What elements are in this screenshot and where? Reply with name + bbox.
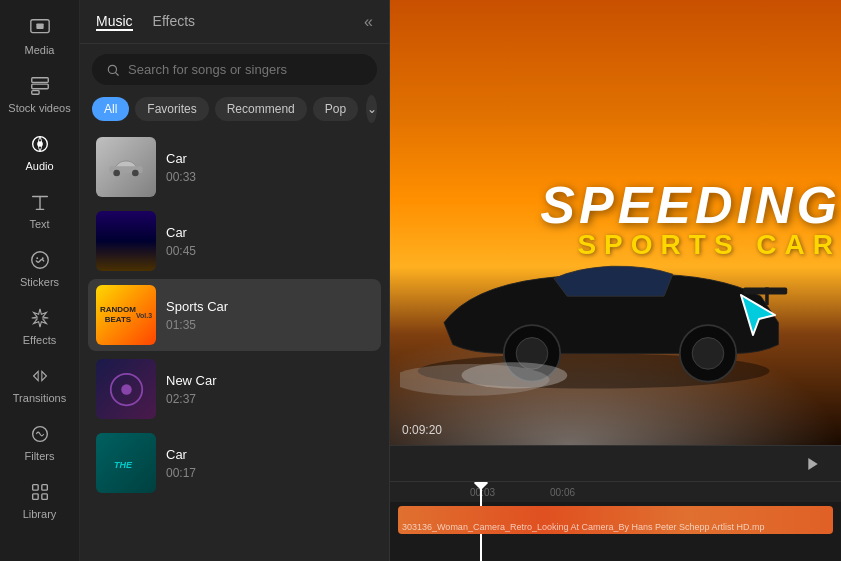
collapse-panel-button[interactable]: « (364, 13, 373, 31)
song-item[interactable]: Car 00:45 (88, 205, 381, 277)
song-title: Car (166, 447, 373, 462)
song-duration: 00:45 (166, 244, 373, 258)
song-info: Car 00:17 (166, 447, 373, 480)
song-title: Car (166, 151, 373, 166)
svg-rect-4 (31, 91, 38, 95)
toolbar-bottom (390, 445, 841, 481)
song-thumbnail (96, 359, 156, 419)
svg-rect-3 (31, 84, 48, 89)
preview-area: SPEEDING SPORTS CAR 0:09:20 (390, 0, 841, 445)
filter-more-button[interactable]: ⌄ (366, 95, 377, 123)
svg-rect-1 (36, 23, 43, 29)
audio-icon (28, 132, 52, 156)
song-title: New Car (166, 373, 373, 388)
sidebar-item-label: Stickers (20, 276, 59, 288)
svg-rect-14 (41, 494, 47, 500)
preview-text-speeding: SPEEDING (540, 175, 841, 235)
svg-rect-13 (32, 494, 38, 500)
library-icon (28, 480, 52, 504)
filters-icon (28, 422, 52, 446)
song-info: Sports Car 01:35 (166, 299, 373, 332)
svg-rect-12 (41, 485, 47, 491)
sidebar-item-transitions[interactable]: Transitions (4, 356, 76, 412)
sidebar: Media Stock videos Audio T (0, 0, 80, 561)
song-duration: 00:33 (166, 170, 373, 184)
song-info: Car 00:45 (166, 225, 373, 258)
song-duration: 02:37 (166, 392, 373, 406)
search-icon (106, 63, 120, 77)
search-input[interactable] (128, 62, 363, 77)
sidebar-item-library[interactable]: Library (4, 472, 76, 528)
sidebar-item-effects[interactable]: Effects (4, 298, 76, 354)
svg-marker-31 (808, 458, 817, 470)
sidebar-item-label: Transitions (13, 392, 66, 404)
svg-point-28 (692, 338, 724, 370)
play-button[interactable] (801, 452, 825, 476)
sidebar-item-stickers[interactable]: Stickers (4, 240, 76, 296)
filter-row: All Favorites Recommend Pop ⌄ (80, 95, 389, 131)
stock-icon (28, 74, 52, 98)
song-title: Sports Car (166, 299, 373, 314)
time-marker-2: 00:06 (550, 487, 575, 498)
transitions-icon (28, 364, 52, 388)
tab-effects[interactable]: Effects (153, 13, 196, 31)
sidebar-item-label: Filters (25, 450, 55, 462)
cursor-overlay (735, 289, 781, 345)
svg-rect-2 (31, 78, 48, 83)
song-item[interactable]: New Car 02:37 (88, 353, 381, 425)
sticker-icon (28, 248, 52, 272)
sidebar-item-stock-videos[interactable]: Stock videos (4, 66, 76, 122)
timeline-track[interactable]: 303136_Woman_Camera_Retro_Looking At Cam… (398, 506, 833, 534)
song-info: New Car 02:37 (166, 373, 373, 406)
timeline-track-label: 303136_Woman_Camera_Retro_Looking At Cam… (402, 522, 765, 532)
tab-music[interactable]: Music (96, 13, 133, 31)
svg-point-9 (41, 257, 43, 259)
svg-point-20 (121, 384, 132, 395)
sidebar-item-label: Effects (23, 334, 56, 346)
sidebar-item-label: Library (23, 508, 57, 520)
filter-all[interactable]: All (92, 97, 129, 121)
tab-bar: Music Effects « (80, 0, 389, 44)
song-info: Car 00:33 (166, 151, 373, 184)
timestamp: 0:09:20 (402, 423, 442, 437)
song-thumbnail: THE (96, 433, 156, 493)
filter-recommend[interactable]: Recommend (215, 97, 307, 121)
sidebar-item-label: Text (29, 218, 49, 230)
text-icon (28, 190, 52, 214)
filter-pop[interactable]: Pop (313, 97, 358, 121)
sidebar-item-media[interactable]: Media (4, 8, 76, 64)
svg-point-18 (132, 170, 139, 177)
media-icon (28, 16, 52, 40)
sidebar-item-label: Stock videos (8, 102, 70, 114)
effects-icon (28, 306, 52, 330)
song-thumbnail (96, 137, 156, 197)
timeline-ruler: 00:03 00:06 (390, 482, 841, 502)
svg-rect-11 (32, 485, 38, 491)
sidebar-item-filters[interactable]: Filters (4, 414, 76, 470)
search-bar (92, 54, 377, 85)
timeline: 00:03 00:06 303136_Woman_Camera_Retro_Lo… (390, 481, 841, 561)
sidebar-item-label: Media (25, 44, 55, 56)
filter-favorites[interactable]: Favorites (135, 97, 208, 121)
song-duration: 01:35 (166, 318, 373, 332)
song-thumbnail (96, 211, 156, 271)
svg-text:THE: THE (114, 460, 133, 470)
sidebar-item-text[interactable]: Text (4, 182, 76, 238)
song-title: Car (166, 225, 373, 240)
song-duration: 00:17 (166, 466, 373, 480)
svg-point-17 (113, 170, 120, 177)
music-panel: Music Effects « All Favorites Recommend … (80, 0, 390, 561)
song-item[interactable]: Car 00:33 (88, 131, 381, 203)
song-item[interactable]: RANDOMBEATS Vol.3 Sports Car 01:35 (88, 279, 381, 351)
song-thumbnail: RANDOMBEATS Vol.3 (96, 285, 156, 345)
sidebar-item-label: Audio (25, 160, 53, 172)
sidebar-item-audio[interactable]: Audio (4, 124, 76, 180)
song-list: Car 00:33 Car 00:45 RANDOMBEATS Vol.3 (80, 131, 389, 561)
main-area: SPEEDING SPORTS CAR 0:09:20 00:03 00:06 (390, 0, 841, 561)
song-item[interactable]: THE Car 00:17 (88, 427, 381, 499)
preview-text-sports: SPORTS CAR (577, 229, 841, 261)
svg-point-8 (36, 257, 38, 259)
